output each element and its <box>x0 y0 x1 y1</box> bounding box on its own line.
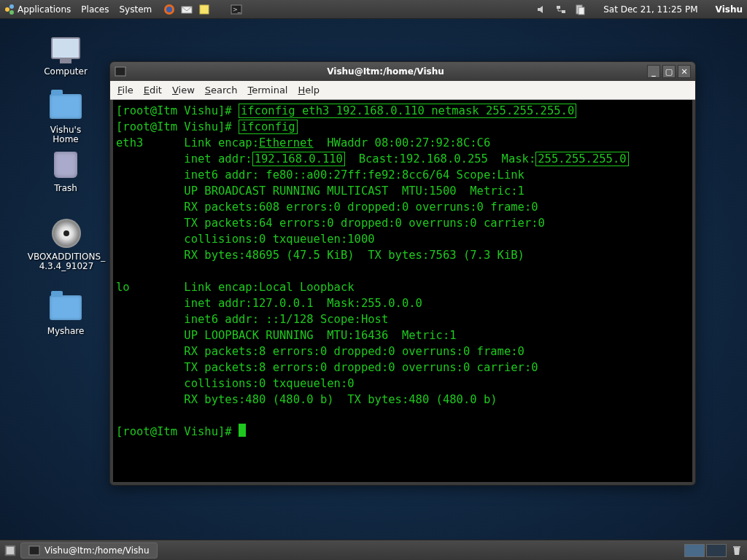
terminal-launcher-icon[interactable]: >_ <box>231 4 242 15</box>
out-lo-col: collisions:0 txqueuelen:0 <box>116 377 355 390</box>
sound-icon[interactable] <box>536 4 548 15</box>
distro-icon[interactable] <box>4 4 16 15</box>
out-eth3-inet-a: inet addr: <box>116 152 252 166</box>
menu-terminal[interactable]: Terminal <box>248 85 288 96</box>
titlebar-app-icon <box>115 66 126 77</box>
desktop-icon-trash[interactable]: Trash <box>36 147 95 193</box>
out-eth3-mask: 255.255.255.0 <box>535 152 628 166</box>
out-eth3-bytes: RX bytes:48695 (47.5 KiB) TX bytes:7563 … <box>116 249 525 262</box>
computer-icon <box>51 37 80 59</box>
svg-rect-13 <box>115 67 125 76</box>
out-eth3-up: UP BROADCAST RUNNING MULTICAST MTU:1500 … <box>116 184 525 198</box>
vbox-label: VBOXADDITIONS_4.3.4_91027 <box>26 252 107 271</box>
workspace-1[interactable] <box>684 544 705 557</box>
out-eth3-rx: RX packets:608 errors:0 dropped:0 overru… <box>116 201 538 214</box>
user-menu[interactable]: Vishu <box>716 4 743 15</box>
desktop-icon-vbox[interactable]: VBOXADDITIONS_4.3.4_91027 <box>26 216 107 271</box>
svg-point-2 <box>9 10 14 15</box>
menubar: File Edit View Search Terminal Help <box>110 81 695 100</box>
top-panel: Applications Places System >_ Sat Dec 21… <box>0 0 747 19</box>
out-lo-up: UP LOOPBACK RUNNING MTU:16436 Metric:1 <box>116 329 457 342</box>
cmd-ifconfig-set: ifconfig eth3 192.168.0.110 netmask 255.… <box>239 104 576 118</box>
clipboard-icon[interactable] <box>574 4 586 15</box>
svg-point-0 <box>5 7 9 12</box>
svg-rect-15 <box>7 547 14 554</box>
mail-icon[interactable] <box>181 4 193 15</box>
menu-edit[interactable]: Edit <box>144 85 162 96</box>
out-eth3-inet6: inet6 addr: fe80::a00:27ff:fe92:8cc6/64 … <box>116 168 525 182</box>
out-lo-tx: TX packets:8 errors:0 dropped:0 overruns… <box>116 361 538 374</box>
prompt: [root@Itm Vishu]# <box>116 104 232 117</box>
prompt: [root@Itm Vishu]# <box>116 120 232 133</box>
computer-label: Computer <box>36 67 95 77</box>
myshare-folder-icon <box>50 295 82 320</box>
out-lo-bytes: RX bytes:480 (480.0 b) TX bytes:480 (480… <box>116 393 498 406</box>
maximize-button[interactable]: ▢ <box>662 65 676 78</box>
clock[interactable]: Sat Dec 21, 11:25 PM <box>603 4 697 15</box>
out-eth3-link-a: eth3 Link encap: <box>116 136 259 149</box>
out-lo-rx: RX packets:8 errors:0 dropped:0 overruns… <box>116 345 525 358</box>
home-label: Vishu's Home <box>36 125 95 144</box>
notes-icon[interactable] <box>198 4 210 15</box>
terminal-window: Vishu@Itm:/home/Vishu _ ▢ ✕ File Edit Vi… <box>109 61 696 486</box>
out-eth3-link-b: HWaddr 08:00:27:92:8C:C6 <box>314 136 491 149</box>
menu-places[interactable]: Places <box>81 4 109 15</box>
menu-file[interactable]: File <box>117 85 133 96</box>
workspace-pager[interactable] <box>684 544 727 557</box>
svg-rect-9 <box>557 6 560 9</box>
desktop-icon-computer[interactable]: Computer <box>36 31 95 77</box>
out-lo-inet6: inet6 addr: ::1/128 Scope:Host <box>116 313 388 326</box>
terminal-icon <box>28 545 40 556</box>
titlebar[interactable]: Vishu@Itm:/home/Vishu _ ▢ ✕ <box>110 62 695 81</box>
terminal-cursor <box>239 424 246 437</box>
desktop-icon-home[interactable]: Vishu's Home <box>36 89 95 144</box>
window-title: Vishu@Itm:/home/Vishu <box>126 66 645 77</box>
workspace-2[interactable] <box>706 544 727 557</box>
out-eth3-ip: 192.168.0.110 <box>252 152 345 166</box>
trash-tray-icon[interactable] <box>731 545 743 556</box>
trash-label: Trash <box>36 184 95 193</box>
myshare-label: Myshare <box>36 327 95 336</box>
taskbar-item-label: Vishu@Itm:/home/Vishu <box>44 545 150 556</box>
taskbar-item-terminal[interactable]: Vishu@Itm:/home/Vishu <box>20 542 158 559</box>
out-eth3-tx: TX packets:64 errors:0 dropped:0 overrun… <box>116 217 545 230</box>
menu-help[interactable]: Help <box>298 85 320 96</box>
show-desktop-icon[interactable] <box>4 545 16 556</box>
svg-rect-12 <box>578 7 584 15</box>
out-lo-link: lo Link encap:Local Loopback <box>116 281 355 294</box>
svg-point-1 <box>9 4 14 9</box>
menu-search[interactable]: Search <box>205 85 238 96</box>
prompt: [root@Itm Vishu]# <box>116 425 232 438</box>
out-eth3-col: collisions:0 txqueuelen:1000 <box>116 233 375 246</box>
network-icon[interactable] <box>555 4 567 15</box>
svg-rect-6 <box>200 5 209 14</box>
minimize-button[interactable]: _ <box>647 65 660 78</box>
terminal-content[interactable]: [root@Itm Vishu]# ifconfig eth3 192.168.… <box>113 100 692 482</box>
out-eth3-inet-b: Bcast:192.168.0.255 Mask: <box>345 152 535 166</box>
cd-icon <box>52 219 81 248</box>
firefox-icon[interactable] <box>163 4 175 15</box>
menu-applications[interactable]: Applications <box>18 4 71 15</box>
bottom-panel: Vishu@Itm:/home/Vishu <box>0 540 747 560</box>
menu-view[interactable]: View <box>172 85 195 96</box>
close-button[interactable]: ✕ <box>678 65 691 78</box>
cmd-ifconfig: ifconfig <box>239 120 298 134</box>
desktop-icon-myshare[interactable]: Myshare <box>36 290 95 336</box>
svg-rect-16 <box>29 546 39 555</box>
menu-system[interactable]: System <box>119 4 152 15</box>
trash-icon <box>54 152 77 178</box>
svg-point-4 <box>166 7 172 12</box>
out-eth3-ethernet: Ethernet <box>259 136 314 149</box>
home-folder-icon <box>50 94 82 119</box>
svg-rect-17 <box>733 546 740 548</box>
svg-text:>_: >_ <box>233 7 241 13</box>
out-lo-inet: inet addr:127.0.0.1 Mask:255.0.0.0 <box>116 297 422 310</box>
